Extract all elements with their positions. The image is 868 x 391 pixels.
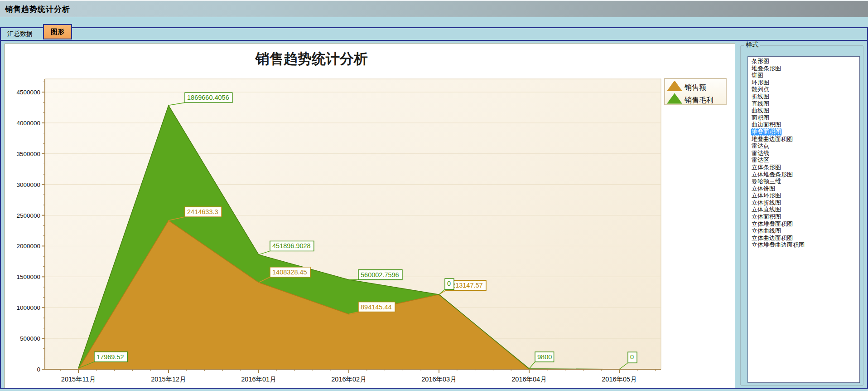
svg-text:2000000: 2000000 bbox=[16, 243, 40, 249]
style-option[interactable]: 折线图 bbox=[751, 93, 770, 100]
style-option[interactable]: 立体环形图 bbox=[751, 192, 782, 199]
data-label: 2414633.3 bbox=[187, 208, 218, 215]
style-option[interactable]: 条形图 bbox=[751, 58, 770, 65]
chart-panel: 0500000100000015000002000000250000030000… bbox=[5, 44, 735, 388]
style-option[interactable]: 直线图 bbox=[751, 100, 770, 108]
data-label: 0 bbox=[630, 353, 634, 361]
chart-canvas: 0500000100000015000002000000250000030000… bbox=[5, 44, 735, 390]
style-option[interactable]: 立体面积图 bbox=[751, 213, 782, 220]
x-axis-label: 2016年05月 bbox=[602, 376, 637, 383]
svg-text:500000: 500000 bbox=[20, 335, 40, 342]
style-option[interactable]: 雷达点 bbox=[751, 142, 770, 150]
tab-page-border bbox=[0, 40, 868, 41]
style-option[interactable]: 面积图 bbox=[751, 114, 770, 122]
style-listbox[interactable]: 条形图堆叠条形图饼图环形图散列点折线图直线图曲线图面积图曲边面积图堆叠面积图堆叠… bbox=[747, 56, 860, 383]
style-option[interactable]: 立体折线图 bbox=[751, 199, 782, 206]
style-option[interactable]: 立体曲线图 bbox=[751, 227, 782, 235]
style-option[interactable]: 立体直线图 bbox=[751, 206, 782, 213]
style-option[interactable]: 雷达线 bbox=[751, 150, 770, 157]
style-option[interactable]: 立体堆叠曲边面积图 bbox=[751, 241, 805, 249]
style-option[interactable]: 曲线图 bbox=[751, 107, 770, 114]
svg-text:1000000: 1000000 bbox=[16, 304, 40, 311]
x-axis-label: 2016年01月 bbox=[241, 376, 276, 383]
style-option[interactable]: 环形图 bbox=[751, 79, 770, 86]
data-label: 560002.7596 bbox=[361, 271, 399, 279]
style-option[interactable]: 散列点 bbox=[751, 86, 770, 93]
svg-text:0: 0 bbox=[37, 366, 40, 373]
trend-chart-svg: 0500000100000015000002000000250000030000… bbox=[5, 44, 735, 388]
svg-text:销售毛利: 销售毛利 bbox=[684, 96, 714, 104]
data-label: 0 bbox=[447, 280, 451, 287]
data-label: 894145.44 bbox=[361, 303, 392, 311]
svg-text:4000000: 4000000 bbox=[16, 120, 40, 127]
style-group-title: 样式 bbox=[744, 41, 760, 49]
tab-graph[interactable]: 图形 bbox=[43, 24, 72, 39]
x-axis-label: 2016年03月 bbox=[421, 376, 456, 383]
style-option[interactable]: 饼图 bbox=[751, 72, 764, 79]
style-option[interactable]: 曲边面积图 bbox=[751, 121, 782, 128]
data-label: 451896.9028 bbox=[272, 242, 311, 249]
svg-text:1500000: 1500000 bbox=[16, 274, 40, 280]
window-title: 销售趋势统计分析 bbox=[5, 4, 70, 15]
style-option[interactable]: 立体堆叠条形图 bbox=[751, 171, 794, 178]
style-option[interactable]: 曼哈顿三维 bbox=[751, 178, 782, 185]
x-axis-label: 2016年04月 bbox=[511, 376, 546, 383]
svg-text:2500000: 2500000 bbox=[16, 212, 40, 219]
style-option[interactable]: 立体饼图 bbox=[751, 185, 776, 192]
window-titlebar: 销售趋势统计分析 bbox=[0, 0, 868, 17]
style-option[interactable]: 堆叠曲边面积图 bbox=[751, 136, 794, 143]
tab-summary-data[interactable]: 汇总数据 bbox=[5, 29, 34, 39]
chart-title: 销售趋势统计分析 bbox=[255, 51, 368, 67]
style-option[interactable]: 雷达区 bbox=[751, 156, 770, 164]
data-label: 1408328.45 bbox=[272, 269, 307, 276]
style-option-selected[interactable]: 堆叠面积图 bbox=[751, 128, 782, 136]
chart-legend: 销售额销售毛利 bbox=[665, 78, 726, 105]
svg-text:3500000: 3500000 bbox=[16, 151, 40, 157]
svg-text:销售额: 销售额 bbox=[684, 83, 706, 91]
style-option[interactable]: 立体堆叠面积图 bbox=[751, 220, 794, 228]
style-option[interactable]: 堆叠条形图 bbox=[751, 65, 782, 72]
data-label: 17969.52 bbox=[96, 353, 124, 361]
x-axis-label: 2016年02月 bbox=[331, 376, 366, 383]
x-axis-label: 2015年12月 bbox=[151, 376, 186, 383]
x-axis-label: 2015年11月 bbox=[61, 376, 96, 383]
data-label: 9800 bbox=[537, 353, 552, 361]
svg-text:3000000: 3000000 bbox=[16, 181, 40, 188]
style-option[interactable]: 立体曲边面积图 bbox=[751, 235, 794, 242]
data-label: 1869660.4056 bbox=[187, 94, 229, 101]
style-option[interactable]: 立体条形图 bbox=[751, 164, 782, 171]
svg-text:4500000: 4500000 bbox=[16, 89, 40, 96]
